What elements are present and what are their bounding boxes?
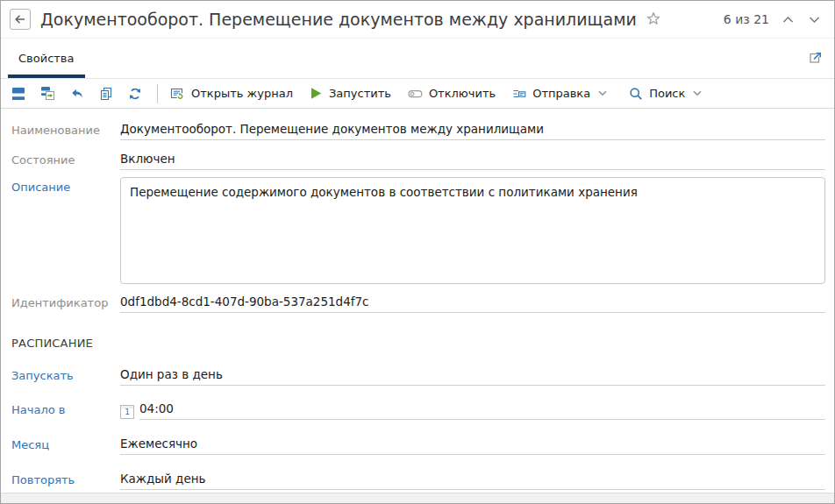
- field-row-month: Месяц Ежемесячно: [11, 434, 825, 455]
- search-label: Поиск: [649, 87, 685, 100]
- run-label: Запустить: [329, 87, 391, 100]
- bottom-strip: [1, 493, 834, 503]
- schedule-section-header[interactable]: РАСПИСАНИЕ: [11, 337, 93, 350]
- field-row-start-at: Начало в 1 04:00: [11, 399, 825, 420]
- date-picker-icon[interactable]: 1: [120, 405, 134, 419]
- run-mode-label[interactable]: Запускать: [11, 369, 120, 386]
- copy-button[interactable]: [99, 87, 113, 101]
- chevron-up-icon: [782, 16, 794, 24]
- month-label[interactable]: Месяц: [11, 438, 120, 455]
- save-icon: [11, 87, 25, 101]
- undo-icon: [70, 87, 84, 101]
- refresh-button[interactable]: [128, 87, 142, 101]
- month-input[interactable]: Ежемесячно: [120, 437, 825, 455]
- repeat-label[interactable]: Повторять: [11, 473, 120, 490]
- copy-icon: [99, 87, 113, 101]
- open-in-new-window-icon: [808, 49, 824, 65]
- app-window: Документооборот. Перемещение документов …: [0, 0, 835, 504]
- send-dropdown-chevron-icon: [598, 90, 607, 96]
- record-navigation: 6 из 21: [724, 12, 822, 26]
- search-dropdown-chevron-icon: [693, 90, 702, 96]
- identifier-input[interactable]: 0df1dbd4-8cd1-407d-90ba-537a251d4f7c: [120, 295, 825, 313]
- save-button[interactable]: [11, 87, 25, 101]
- send-button[interactable]: Отправка: [512, 87, 607, 101]
- open-in-new-window-button[interactable]: [806, 47, 825, 69]
- send-list-icon: [512, 87, 526, 101]
- repeat-input[interactable]: Каждый день: [120, 472, 825, 490]
- properties-form: Наименование Документооборот. Перемещени…: [1, 109, 834, 493]
- name-label: Наименование: [11, 124, 120, 140]
- toggle-off-icon: [408, 87, 423, 101]
- tabbar: Свойства: [1, 39, 834, 79]
- save-and-new-icon: [40, 86, 55, 101]
- toolbar: Открыть журнал Запустить Отключить Отпра…: [1, 79, 834, 109]
- save-and-new-button[interactable]: [40, 86, 55, 101]
- disable-button[interactable]: Отключить: [408, 87, 496, 101]
- start-at-input[interactable]: 04:00: [139, 401, 825, 420]
- field-row-state: Состояние Включен: [11, 149, 825, 170]
- disable-label: Отключить: [429, 87, 496, 100]
- search-button[interactable]: Поиск: [629, 87, 702, 101]
- play-icon: [310, 87, 323, 100]
- tab-properties[interactable]: Свойства: [8, 39, 85, 78]
- page-title: Документооборот. Перемещение документов …: [40, 10, 637, 29]
- name-input[interactable]: Документооборот. Перемещение документов …: [120, 122, 825, 140]
- favorite-star-icon[interactable]: [646, 11, 661, 27]
- record-counter: 6 из 21: [724, 12, 769, 26]
- field-row-description: Описание Перемещение содержимого докумен…: [11, 177, 825, 284]
- journal-icon: [170, 87, 185, 101]
- titlebar: Документооборот. Перемещение документов …: [1, 1, 834, 39]
- send-label: Отправка: [532, 87, 590, 100]
- undo-button[interactable]: [70, 87, 84, 101]
- start-at-label[interactable]: Начало в: [11, 403, 120, 420]
- description-label[interactable]: Описание: [11, 177, 120, 197]
- open-journal-label: Открыть журнал: [191, 87, 293, 100]
- open-journal-button[interactable]: Открыть журнал: [170, 87, 293, 101]
- field-row-repeat: Повторять Каждый день: [11, 469, 825, 490]
- state-label: Состояние: [11, 153, 120, 170]
- field-row-identifier: Идентификатор 0df1dbd4-8cd1-407d-90ba-53…: [11, 292, 825, 313]
- tab-properties-label: Свойства: [18, 52, 75, 65]
- chevron-down-icon: [809, 16, 820, 24]
- description-textarea[interactable]: Перемещение содержимого документов в соо…: [120, 177, 825, 284]
- run-button[interactable]: Запустить: [310, 87, 391, 100]
- back-button[interactable]: [10, 9, 31, 30]
- back-arrow-icon: [13, 12, 27, 26]
- refresh-icon: [128, 87, 142, 101]
- prev-record-button[interactable]: [781, 14, 796, 25]
- identifier-label: Идентификатор: [11, 296, 120, 313]
- field-row-run-mode: Запускать Один раз в день: [11, 365, 825, 386]
- run-mode-input[interactable]: Один раз в день: [120, 367, 825, 386]
- next-record-button[interactable]: [807, 14, 822, 25]
- field-row-name: Наименование Документооборот. Перемещени…: [11, 119, 825, 140]
- state-input[interactable]: Включен: [120, 152, 825, 170]
- toolbar-separator: [157, 84, 158, 103]
- date-picker-digit: 1: [125, 408, 130, 416]
- search-icon: [629, 87, 643, 101]
